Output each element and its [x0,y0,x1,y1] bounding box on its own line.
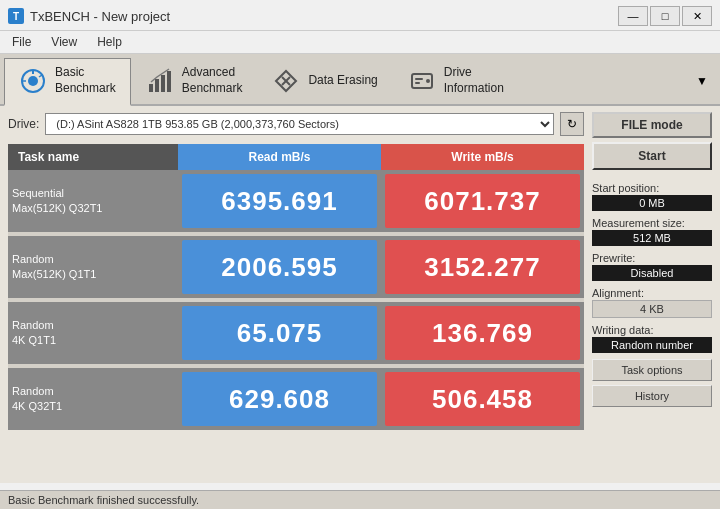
read-value-2: 65.075 [182,306,377,360]
title-bar: T TxBENCH - New project — □ ✕ [0,0,720,31]
param-alignment-value: 4 KB [592,300,712,318]
toolbar-drive-information[interactable]: Drive Information [393,58,519,104]
app-icon: T [8,8,24,24]
write-value-2: 136.769 [385,306,580,360]
svg-point-13 [426,79,430,83]
drive-information-icon [408,67,436,95]
param-prewrite-value: Disabled [592,265,712,281]
file-mode-button[interactable]: FILE mode [592,112,712,138]
read-value-cell-0: 6395.691 [178,170,381,232]
maximize-button[interactable]: □ [650,6,680,26]
table-row: Random4K Q1T165.075136.769 [8,302,584,364]
table-row: Random4K Q32T1629.608506.458 [8,368,584,430]
drive-row: Drive: (D:) ASint AS828 1TB 953.85 GB (2… [8,112,584,136]
task-cell-2: Random4K Q1T1 [8,302,178,364]
param-prewrite-label: Prewrite: [592,252,712,264]
svg-rect-8 [167,71,171,92]
svg-rect-7 [161,75,165,92]
svg-rect-15 [415,82,420,84]
param-alignment: Alignment: 4 KB [592,283,712,320]
write-value-cell-1: 3152.277 [381,236,584,298]
toolbar-basic-benchmark[interactable]: Basic Benchmark [4,58,131,106]
param-measurement-size: Measurement size: 512 MB [592,213,712,248]
param-start-position-value: 0 MB [592,195,712,211]
svg-rect-5 [149,84,153,92]
read-value-cell-2: 65.075 [178,302,381,364]
table-row: RandomMax(512K) Q1T12006.5953152.277 [8,236,584,298]
right-panel: FILE mode Start Start position: 0 MB Mea… [592,112,712,477]
param-alignment-label: Alignment: [592,287,712,299]
task-cell-3: Random4K Q32T1 [8,368,178,430]
start-button[interactable]: Start [592,142,712,170]
col-header-read: Read mB/s [178,144,381,170]
col-header-write: Write mB/s [381,144,584,170]
toolbar-data-erasing[interactable]: Data Erasing [257,58,392,104]
drive-refresh-button[interactable]: ↻ [560,112,584,136]
window-controls: — □ ✕ [618,6,712,26]
toolbar-advanced-benchmark[interactable]: Advanced Benchmark [131,58,258,104]
task-cell-1: RandomMax(512K) Q1T1 [8,236,178,298]
table-row: SequentialMax(512K) Q32T16395.6916071.73… [8,170,584,232]
toolbar: Basic Benchmark Advanced Benchmark [0,54,720,106]
task-cell-0: SequentialMax(512K) Q32T1 [8,170,178,232]
write-value-cell-0: 6071.737 [381,170,584,232]
benchmark-table: Task name Read mB/s Write mB/s Sequentia… [8,144,584,430]
drive-information-label: Drive Information [444,65,504,96]
basic-benchmark-icon [19,67,47,95]
data-erasing-icon [272,67,300,95]
drive-select[interactable]: (D:) ASint AS828 1TB 953.85 GB (2,000,37… [45,113,554,135]
col-header-task: Task name [8,144,178,170]
param-measurement-size-label: Measurement size: [592,217,712,229]
write-value-0: 6071.737 [385,174,580,228]
drive-label: Drive: [8,117,39,131]
read-value-cell-3: 629.608 [178,368,381,430]
history-button[interactable]: History [592,385,712,407]
minimize-button[interactable]: — [618,6,648,26]
read-value-1: 2006.595 [182,240,377,294]
write-value-1: 3152.277 [385,240,580,294]
svg-rect-14 [415,78,423,80]
close-button[interactable]: ✕ [682,6,712,26]
menu-file[interactable]: File [4,33,39,51]
menu-view[interactable]: View [43,33,85,51]
read-value-0: 6395.691 [182,174,377,228]
svg-point-1 [28,76,38,86]
menu-bar: File View Help [0,31,720,54]
param-writing-data: Writing data: Random number [592,320,712,355]
write-value-cell-2: 136.769 [381,302,584,364]
basic-benchmark-label: Basic Benchmark [55,65,116,96]
window-title: TxBENCH - New project [30,9,170,24]
param-measurement-size-value: 512 MB [592,230,712,246]
main-content: Drive: (D:) ASint AS828 1TB 953.85 GB (2… [0,106,720,483]
advanced-benchmark-label: Advanced Benchmark [182,65,243,96]
param-writing-data-value: Random number [592,337,712,353]
menu-help[interactable]: Help [89,33,130,51]
write-value-cell-3: 506.458 [381,368,584,430]
toolbar-dropdown[interactable]: ▼ [688,58,716,104]
status-bar: Basic Benchmark finished successfully. [0,490,720,509]
svg-line-3 [39,75,42,77]
param-prewrite: Prewrite: Disabled [592,248,712,283]
data-erasing-label: Data Erasing [308,73,377,89]
left-panel: Drive: (D:) ASint AS828 1TB 953.85 GB (2… [8,112,584,477]
svg-rect-6 [155,79,159,92]
param-writing-data-label: Writing data: [592,324,712,336]
read-value-cell-1: 2006.595 [178,236,381,298]
param-start-position: Start position: 0 MB [592,178,712,213]
status-text: Basic Benchmark finished successfully. [8,494,199,506]
task-options-button[interactable]: Task options [592,359,712,381]
refresh-icon: ↻ [567,117,577,131]
read-value-3: 629.608 [182,372,377,426]
param-start-position-label: Start position: [592,182,712,194]
advanced-benchmark-icon [146,67,174,95]
write-value-3: 506.458 [385,372,580,426]
